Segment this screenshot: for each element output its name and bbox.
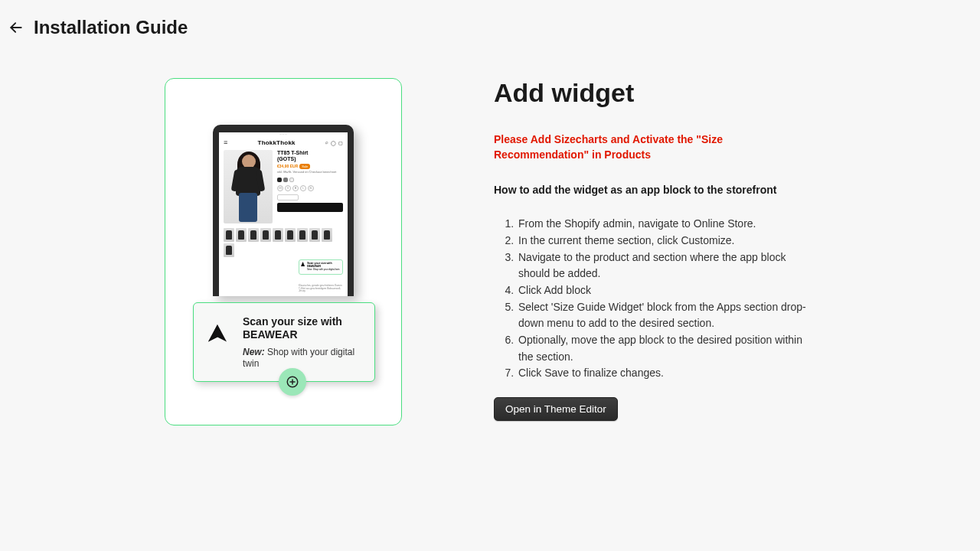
hamburger-icon: ≡ [224,139,227,146]
tablet-header-icons: ⌕◯▢ [325,140,343,145]
step-item: In the current theme section, click Cust… [517,233,815,249]
step-item: Click Save to finalize changes. [517,365,815,382]
scan-mini-sub: New: Shop with your digital twin [307,268,339,271]
sale-badge: Sale [299,164,310,169]
beawear-logo-icon [206,321,229,346]
product-title-line2: (GOTS) [277,156,343,162]
tablet-mockup: ··· ··· ··· ≡ ThokkThokk ⌕◯▢ TT85 T-Shir… [213,125,354,296]
step-item: Optionally, move the app block to the de… [517,332,815,365]
triangle-icon [301,262,305,266]
scan-mini-title: Scan your size with BEAWEAR [307,262,341,268]
illustration-card: ··· ··· ··· ≡ ThokkThokk ⌕◯▢ TT85 T-Shir… [165,78,402,425]
content-area: ··· ··· ··· ≡ ThokkThokk ⌕◯▢ TT85 T-Shir… [0,55,980,425]
color-swatches [277,178,343,182]
step-item: From the Shopify admin, navigate to Onli… [517,216,815,233]
product-image [224,150,273,223]
steps-list: From the Shopify admin, navigate to Onli… [494,216,815,382]
step-item: Navigate to the product and section wher… [517,249,815,282]
warning-text: Please Add Sizecharts and Activate the "… [494,132,815,162]
user-icon: ◯ [331,140,336,145]
back-arrow-icon[interactable] [8,19,24,36]
quantity-selector [277,194,299,201]
search-icon: ⌕ [325,140,328,145]
product-title-line1: TT85 T-Shirt [277,150,343,156]
section-heading: Add widget [494,78,815,108]
open-theme-editor-button[interactable]: Open in Theme Editor [494,397,618,421]
instructions-subheading: How to add the widget as an app block to… [494,184,815,196]
add-to-cart-button [277,203,343,212]
product-info: TT85 T-Shirt (GOTS) €34,90 EURSale inkl.… [277,150,343,223]
cart-icon: ▢ [338,140,343,145]
step-item: Click Add block [517,282,815,299]
scan-card-title-l1: Scan your size with [243,315,342,328]
tablet-body: TT85 T-Shirt (GOTS) €34,90 EURSale inkl.… [219,148,348,226]
product-thumbnails [219,226,348,259]
step-item: Select 'Size Guide Widget' block from th… [517,299,815,332]
tablet-brand: ThokkThokk [258,139,296,146]
scan-card-sub-prefix: New: [243,347,265,357]
product-price: €34,90 EUR [277,164,298,168]
scan-mini-card: Scan your size with BEAWEARNew: Shop wit… [299,259,343,275]
size-options: XSSMLXL [277,185,343,191]
product-description: Klassisches, gerade geschnittenes Damen … [299,285,343,293]
page-header: Installation Guide [0,0,980,55]
scan-card-title-l2: BEAWEAR [243,328,298,341]
plus-badge-icon [279,368,306,396]
page-title: Installation Guide [34,17,188,38]
tablet-header: ≡ ThokkThokk ⌕◯▢ [219,137,348,148]
product-meta: inkl. MwSt. Versand im Checkout berechne… [277,171,343,174]
instructions-panel: Add widget Please Add Sizecharts and Act… [494,78,815,425]
